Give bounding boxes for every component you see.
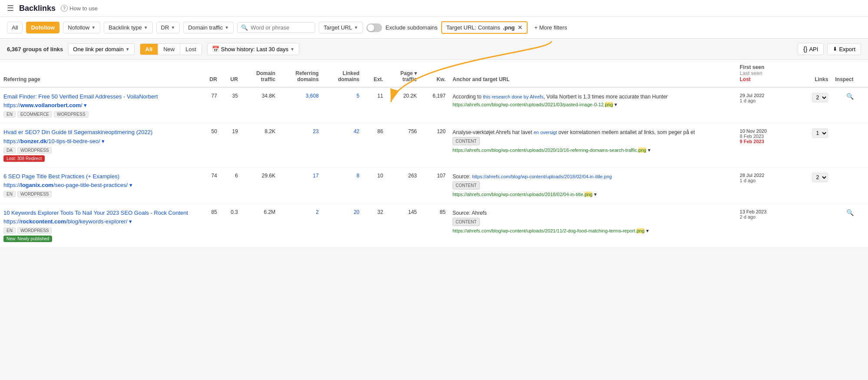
show-history-btn[interactable]: 📅 Show history: Last 30 days ▼ — [207, 43, 299, 55]
col-links: Links — [799, 60, 832, 87]
domain-traffic-cell-2: 8.2K — [241, 123, 279, 167]
anchor-link-2[interactable]: en oversigt — [534, 130, 557, 135]
inspect-icon-4[interactable]: 🔍 — [846, 209, 854, 216]
tab-lost[interactable]: Lost — [180, 44, 201, 55]
referring-page-link-2[interactable]: Hvad er SEO? Din Guide til Søgemaskineop… — [3, 129, 152, 135]
inspect-icon-1[interactable]: 🔍 — [846, 93, 854, 100]
search-input[interactable] — [251, 24, 311, 31]
referring-page-link-4[interactable]: 10 Keywords Explorer Tools To Nail Your … — [3, 210, 188, 216]
tag-da-2: DA — [3, 147, 16, 154]
referring-page-link-3[interactable]: 6 SEO Page Title Best Practices (+ Examp… — [3, 173, 119, 180]
domain-traffic-chevron: ▼ — [224, 25, 229, 30]
table-row: 10 Keywords Explorer Tools To Nail Your … — [0, 203, 868, 247]
referring-domains-cell-3[interactable]: 17 — [279, 167, 322, 203]
kw-cell-2: 120 — [420, 123, 449, 167]
table-row: Email Finder: Free 50 Verified Email Add… — [0, 87, 868, 123]
calendar-icon: 📅 — [212, 46, 219, 52]
page-traffic-cell-1: 20.2K — [386, 87, 420, 123]
domain-traffic-cell-3: 29.6K — [241, 167, 279, 203]
menu-icon[interactable]: ☰ — [7, 3, 14, 13]
ext-cell-1: 11 — [363, 87, 387, 123]
anchor-link-1[interactable]: this research done by Ahrefs — [483, 94, 543, 99]
ext-cell-3: 10 — [363, 167, 387, 203]
referring-page-url-4[interactable]: https://rockcontent.com/blog/keywords-ex… — [3, 218, 132, 225]
domain-traffic-btn[interactable]: Domain traffic ▼ — [183, 22, 234, 33]
col-inspect: Inspect — [832, 60, 868, 87]
ext-cell-2: 86 — [363, 123, 387, 167]
links-cell-1: 2 — [799, 87, 832, 123]
ur-cell-3: 6 — [221, 167, 241, 203]
tag-wordpress-3: WORDPRESS — [17, 191, 52, 197]
col-dr[interactable]: DR — [200, 60, 221, 87]
col-page-traffic[interactable]: Page ▾traffic — [386, 60, 420, 87]
target-url-btn[interactable]: Target URL ▼ — [319, 22, 363, 33]
links-select-3[interactable]: 2 — [812, 173, 828, 182]
inspect-cell-2 — [832, 123, 868, 167]
inspect-cell-3 — [832, 167, 868, 203]
linked-domains-cell-3[interactable]: 8 — [322, 167, 363, 203]
link-per-domain-btn[interactable]: One link per domain ▼ — [68, 43, 134, 55]
target-url-link-4[interactable]: https://ahrefs.com/blog/wp-content/uploa… — [452, 228, 644, 233]
links-cell-3: 2 — [799, 167, 832, 203]
links-select-1[interactable]: 2 — [812, 93, 828, 102]
link-per-domain-chevron: ▼ — [125, 47, 130, 52]
linked-domains-cell-4[interactable]: 20 — [322, 203, 363, 247]
tab-group: All New Lost — [140, 43, 202, 55]
dr-chevron: ▼ — [171, 25, 175, 30]
target-url-link-3[interactable]: https://ahrefs.com/blog/wp-content/uploa… — [452, 192, 592, 197]
referring-page-url-2[interactable]: https://bonzer.dk/10-tips-til-bedre-seo/… — [3, 138, 105, 144]
dofollow-filter-btn[interactable]: Dofollow — [26, 22, 59, 33]
tag-en-1: EN — [3, 111, 16, 118]
col-domain-traffic[interactable]: Domaintraffic — [241, 60, 279, 87]
target-url-filter-close[interactable]: ✕ — [518, 24, 522, 31]
referring-domains-cell-4[interactable]: 2 — [279, 203, 322, 247]
anchor-link-3[interactable]: https://ahrefs.com/blog/wp-content/uploa… — [472, 174, 612, 179]
links-select-2[interactable]: 1 — [812, 128, 828, 138]
referring-page-url-1[interactable]: https://www.voilanorbert.com/ ▾ — [3, 102, 87, 108]
target-url-link-1[interactable]: https://ahrefs.com/blog/wp-content/uploa… — [452, 102, 613, 107]
referring-page-link-1[interactable]: Email Finder: Free 50 Verified Email Add… — [3, 93, 158, 100]
col-referring-domains[interactable]: Referringdomains — [279, 60, 322, 87]
page-title: Backlinks — [19, 4, 56, 13]
all-filter-btn[interactable]: All — [7, 22, 23, 33]
export-btn[interactable]: ⬇ Export — [827, 43, 861, 55]
first-seen-cell-4: 13 Feb 2023 2 d ago — [736, 203, 799, 247]
exclude-subdomains-toggle[interactable] — [366, 23, 382, 32]
backlinks-table-wrap: Referring page DR UR Domaintraffic Refer… — [0, 60, 868, 248]
api-btn[interactable]: {} API — [798, 43, 824, 55]
target-url-chevron: ▼ — [354, 25, 358, 30]
content-badge-3: CONTENT — [452, 181, 479, 190]
col-referring-page: Referring page — [0, 60, 200, 87]
ur-cell-2: 19 — [221, 123, 241, 167]
dr-cell-4: 85 — [200, 203, 221, 247]
ur-cell-1: 35 — [221, 87, 241, 123]
nofollow-filter-btn[interactable]: Nofollow ▼ — [63, 22, 100, 33]
tag-wordpress-2: WORDPRESS — [17, 147, 52, 154]
backlink-type-btn[interactable]: Backlink type ▼ — [104, 22, 153, 33]
dr-btn[interactable]: DR ▼ — [156, 22, 180, 33]
linked-domains-cell-2[interactable]: 42 — [322, 123, 363, 167]
tab-new[interactable]: New — [158, 44, 180, 55]
col-kw[interactable]: Kw. — [420, 60, 449, 87]
col-ur[interactable]: UR — [221, 60, 241, 87]
linked-domains-cell-1[interactable]: 5 — [322, 87, 363, 123]
referring-page-url-3[interactable]: https://loganix.com/seo-page-title-best-… — [3, 182, 132, 188]
dr-cell-3: 74 — [200, 167, 221, 203]
exclude-subdomains-wrap: Exclude subdomains — [366, 23, 438, 32]
referring-domains-cell-1[interactable]: 3,608 — [279, 87, 322, 123]
anchor-cell-4: Source: Ahrefs CONTENT https://ahrefs.co… — [449, 203, 736, 247]
page-traffic-cell-4: 145 — [386, 203, 420, 247]
content-badge-2: CONTENT — [452, 137, 479, 145]
ur-cell-4: 0.3 — [221, 203, 241, 247]
help-link[interactable]: ? How to use — [61, 5, 98, 12]
content-badge-4: CONTENT — [452, 218, 479, 226]
table-row: Hvad er SEO? Din Guide til Søgemaskineop… — [0, 123, 868, 167]
inspect-cell-1: 🔍 — [832, 87, 868, 123]
exclude-subdomains-label: Exclude subdomains — [386, 24, 438, 31]
col-linked-domains[interactable]: Linkeddomains — [322, 60, 363, 87]
col-ext[interactable]: Ext. — [363, 60, 387, 87]
target-url-link-2[interactable]: https://ahrefs.com/blog/wp-content/uploa… — [452, 147, 646, 153]
more-filters-btn[interactable]: + More filters — [531, 22, 571, 33]
tab-all[interactable]: All — [140, 44, 158, 55]
referring-domains-cell-2[interactable]: 23 — [279, 123, 322, 167]
